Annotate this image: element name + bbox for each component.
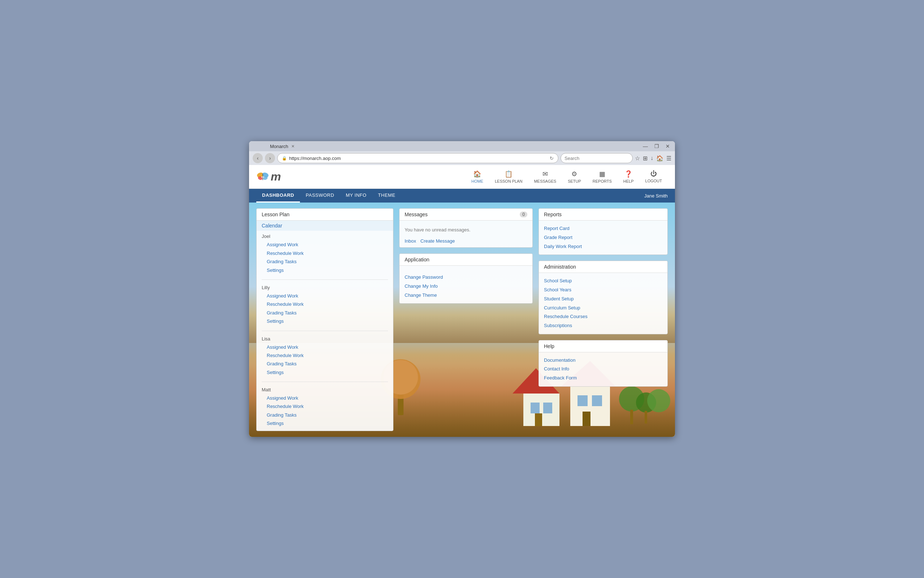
reload-icon[interactable]: ↻ <box>550 156 554 161</box>
matt-reschedule-link[interactable]: Reschedule Work <box>267 402 388 411</box>
matt-grading-link[interactable]: Grading Tasks <box>267 411 388 419</box>
user-display-name: Jane Smith <box>644 193 668 198</box>
student-lisa-name: Lisa <box>262 336 388 341</box>
inbox-link[interactable]: Inbox <box>405 238 416 244</box>
help-links: Documentation Contact Info Feedback Form <box>544 356 662 383</box>
report-card-link[interactable]: Report Card <box>544 224 662 233</box>
lilly-settings-link[interactable]: Settings <box>267 317 388 325</box>
browser-window: Monarch ✕ — ❐ ✕ ‹ › 🔒 https://monarch.ao… <box>249 141 675 437</box>
grade-report-link[interactable]: Grade Report <box>544 233 662 242</box>
download-icon[interactable]: ↓ <box>650 155 653 161</box>
student-lisa-links: Assigned Work Reschedule Work Grading Ta… <box>262 343 388 377</box>
nav-messages-label: MESSAGES <box>534 179 556 183</box>
close-btn[interactable]: ✕ <box>663 143 672 150</box>
lisa-grading-link[interactable]: Grading Tasks <box>267 360 388 368</box>
subnav-dashboard[interactable]: DASHBOARD <box>256 189 300 203</box>
school-setup-link[interactable]: School Setup <box>544 276 662 286</box>
nav-setup-label: SETUP <box>568 179 581 183</box>
change-my-info-link[interactable]: Change My Info <box>405 282 527 291</box>
subnav-my-info[interactable]: MY INFO <box>340 189 372 203</box>
reports-panel: Reports Report Card Grade Report Daily W… <box>538 208 668 255</box>
change-theme-link[interactable]: Change Theme <box>405 291 527 300</box>
change-password-link[interactable]: Change Password <box>405 273 527 282</box>
subnav-password[interactable]: PASSWORD <box>300 189 340 203</box>
back-btn[interactable]: ‹ <box>253 153 263 163</box>
messages-links: Inbox Create Message <box>405 238 527 244</box>
subscriptions-link[interactable]: Subscriptions <box>544 321 662 330</box>
lisa-settings-link[interactable]: Settings <box>267 368 388 377</box>
app-content: m 🏠 HOME 📋 LESSON PLAN ✉ MESSAGES ⚙ SETU… <box>249 165 675 437</box>
joel-settings-link[interactable]: Settings <box>267 266 388 274</box>
application-header: Application <box>400 254 532 266</box>
create-message-link[interactable]: Create Message <box>420 238 455 244</box>
joel-assigned-work-link[interactable]: Assigned Work <box>267 240 388 249</box>
nav-reports[interactable]: ▦ REPORTS <box>587 168 618 185</box>
lock-icon: 🔒 <box>282 156 287 161</box>
lilly-reschedule-link[interactable]: Reschedule Work <box>267 300 388 308</box>
nav-home-label: HOME <box>472 179 483 183</box>
app-header: m 🏠 HOME 📋 LESSON PLAN ✉ MESSAGES ⚙ SETU… <box>249 165 675 189</box>
joel-grading-link[interactable]: Grading Tasks <box>267 257 388 266</box>
address-bar[interactable]: 🔒 https://monarch.aop.com ↻ <box>277 153 558 163</box>
reports-title: Reports <box>544 211 562 218</box>
contact-info-link[interactable]: Contact Info <box>544 365 662 373</box>
student-joel-section: Joel Assigned Work Reschedule Work Gradi… <box>257 231 393 277</box>
lesson-plan-icon: 📋 <box>504 170 512 178</box>
nav-lesson-plan[interactable]: 📋 LESSON PLAN <box>489 168 528 185</box>
browser-controls: ‹ › 🔒 https://monarch.aop.com ↻ ☆ ⊞ ↓ 🏠 … <box>249 151 675 165</box>
lisa-assigned-work-link[interactable]: Assigned Work <box>267 343 388 351</box>
student-lilly-section: Lilly Assigned Work Reschedule Work Grad… <box>257 282 393 328</box>
lisa-reschedule-link[interactable]: Reschedule Work <box>267 351 388 360</box>
nav-logout-label: LOGOUT <box>645 179 662 183</box>
nav-home[interactable]: 🏠 HOME <box>465 168 489 185</box>
student-lisa-section: Lisa Assigned Work Reschedule Work Gradi… <box>257 333 393 380</box>
home-browser-icon[interactable]: 🏠 <box>656 155 663 162</box>
feedback-form-link[interactable]: Feedback Form <box>544 373 662 383</box>
curriculum-setup-link[interactable]: Curriculum Setup <box>544 304 662 313</box>
bookmark-list-icon[interactable]: ⊞ <box>643 155 647 162</box>
nav-messages[interactable]: ✉ MESSAGES <box>528 168 562 185</box>
nav-reports-label: REPORTS <box>593 179 612 183</box>
tab-close-btn[interactable]: ✕ <box>291 144 295 149</box>
student-matt-name: Matt <box>262 387 388 393</box>
nav-help[interactable]: ❓ HELP <box>618 168 640 185</box>
help-panel: Help Documentation Contact Info Feedback… <box>538 340 668 386</box>
documentation-link[interactable]: Documentation <box>544 356 662 365</box>
messages-nav-icon: ✉ <box>543 170 548 178</box>
lesson-plan-title: Lesson Plan <box>262 211 290 218</box>
lilly-assigned-work-link[interactable]: Assigned Work <box>267 292 388 300</box>
titlebar: Monarch ✕ — ❐ ✕ <box>249 141 675 151</box>
help-nav-icon: ❓ <box>624 170 632 178</box>
student-setup-link[interactable]: Student Setup <box>544 295 662 304</box>
menu-icon[interactable]: ☰ <box>666 155 671 162</box>
nav-logout[interactable]: ⏻ LOGOUT <box>640 168 668 185</box>
reschedule-courses-link[interactable]: Reschedule Courses <box>544 312 662 321</box>
url-text: https://monarch.aop.com <box>289 156 341 161</box>
subnav-theme[interactable]: THEME <box>372 189 401 203</box>
logo: m <box>256 170 281 183</box>
forward-btn[interactable]: › <box>265 153 275 163</box>
main-content: Lesson Plan Calendar Joel Assigned Work … <box>249 203 675 437</box>
daily-work-report-link[interactable]: Daily Work Report <box>544 242 662 251</box>
school-years-link[interactable]: School Years <box>544 286 662 295</box>
joel-reschedule-link[interactable]: Reschedule Work <box>267 249 388 257</box>
no-messages-text: You have no unread messages. <box>405 224 527 235</box>
search-input[interactable] <box>561 153 633 163</box>
administration-body: School Setup School Years Student Setup … <box>539 273 667 334</box>
maximize-btn[interactable]: ❐ <box>652 143 661 150</box>
minimize-btn[interactable]: — <box>641 143 650 150</box>
nav-setup[interactable]: ⚙ SETUP <box>562 168 587 185</box>
messages-badge: 0 <box>520 211 527 218</box>
help-header: Help <box>539 341 667 352</box>
calendar-link[interactable]: Calendar <box>257 221 393 231</box>
sub-nav: DASHBOARD PASSWORD MY INFO THEME Jane Sm… <box>249 189 675 203</box>
student-lilly-links: Assigned Work Reschedule Work Grading Ta… <box>262 292 388 326</box>
messages-header: Messages 0 <box>400 209 532 221</box>
matt-assigned-work-link[interactable]: Assigned Work <box>267 394 388 402</box>
bookmark-star-icon[interactable]: ☆ <box>635 155 640 162</box>
admin-links: School Setup School Years Student Setup … <box>544 276 662 330</box>
lilly-grading-link[interactable]: Grading Tasks <box>267 308 388 317</box>
matt-settings-link[interactable]: Settings <box>267 419 388 427</box>
messages-title: Messages <box>405 211 428 218</box>
student-matt-links: Assigned Work Reschedule Work Grading Ta… <box>262 394 388 428</box>
